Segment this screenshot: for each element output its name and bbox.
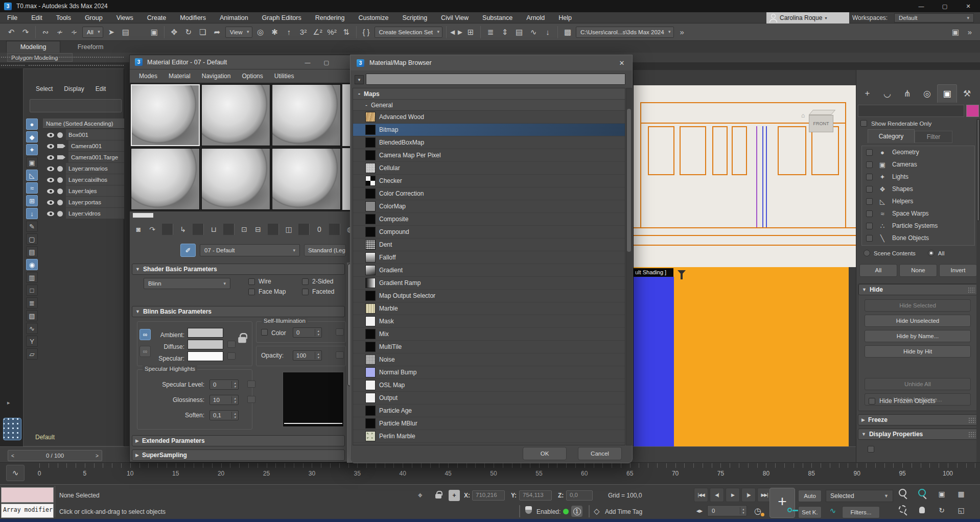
menu-item[interactable]: Arnold (526, 14, 545, 21)
go-to-start-button[interactable]: |◀◀ (694, 488, 708, 502)
supersampling-header[interactable]: SuperSampling (132, 449, 345, 461)
display-lights-filter-icon[interactable]: ✦ (26, 144, 38, 155)
display-helpers-filter-icon[interactable]: ◺ (26, 170, 38, 181)
map-list-item[interactable]: Composite (353, 213, 625, 226)
show-renderable-row[interactable]: Show Renderable Only (860, 120, 931, 127)
map-list-item[interactable]: Perlin Marble (353, 430, 625, 443)
map-list-item[interactable]: Compound (353, 226, 625, 239)
shader-checkbox-row[interactable]: Wire (248, 278, 302, 285)
display-geometry-filter-icon[interactable]: ● (26, 118, 38, 130)
panel-button[interactable]: Invert (939, 264, 977, 277)
transform-gizmo-icon[interactable]: ⌖ (418, 491, 423, 500)
hide-rollout-header[interactable]: Hide (858, 284, 978, 295)
zoom-extents-icon[interactable]: ▣ (933, 487, 950, 501)
viewport[interactable]: FRONT ⌂ ult Shading ] (634, 70, 856, 446)
display-materials-icon[interactable]: ≣ (26, 297, 38, 309)
map-list-item[interactable]: Particle Age (353, 405, 625, 417)
specular-color-swatch[interactable] (188, 351, 223, 361)
visibility-eye-icon[interactable] (47, 155, 54, 160)
category-checkbox[interactable] (866, 174, 873, 180)
toolbar-overflow-icon[interactable]: » (964, 26, 976, 38)
display-selection-sets-icon[interactable]: ▧ (26, 310, 38, 321)
selection-filter-dropdown[interactable]: All (82, 27, 103, 38)
minimize-button[interactable]: — (909, 0, 933, 12)
lock-diffuse-specular-icon[interactable]: ∞ (139, 346, 151, 357)
slot-resize-handle[interactable] (133, 213, 153, 218)
create-tab[interactable]: + (857, 84, 877, 103)
edit-named-selections-icon[interactable]: { } (360, 26, 372, 38)
category-row[interactable]: ≈ Space Warps (862, 207, 974, 220)
next-frame-arrow[interactable]: > (92, 453, 102, 459)
display-hidden-icon[interactable]: □ (26, 284, 38, 296)
display-folder-icon[interactable]: ▱ (26, 348, 38, 360)
menu-item[interactable]: Utilities (274, 73, 294, 80)
menu-item[interactable]: Display (64, 85, 84, 92)
self-illum-color-checkbox[interactable] (261, 329, 268, 336)
display-list-icon[interactable]: ▤ (26, 246, 38, 257)
display-filter-icon[interactable]: Y (26, 336, 38, 347)
display-tab[interactable]: ▣ (937, 84, 957, 103)
sample-slot[interactable] (131, 148, 200, 210)
select-move-icon[interactable]: ✥ (168, 26, 180, 38)
select-link-icon[interactable]: ∾ (39, 26, 52, 38)
get-material-icon[interactable]: ◙ (133, 224, 144, 235)
object-name[interactable]: Layer:vidros (66, 208, 124, 219)
select-manipulate-icon[interactable]: ✱ (269, 26, 281, 38)
group-general[interactable]: - General (353, 100, 625, 111)
menu-item[interactable]: Rendering (315, 14, 345, 21)
map-list-item[interactable]: Advanced Wood (353, 111, 625, 124)
explorer-search-input[interactable] (30, 99, 122, 112)
visibility-eye-icon[interactable] (47, 200, 54, 205)
shading-model-dropdown[interactable]: Blinn ▾ (144, 278, 230, 289)
zoom-region-icon[interactable] (894, 503, 912, 517)
flyout-arrow-icon[interactable]: ▸ (7, 399, 10, 406)
category-checkbox[interactable] (866, 235, 873, 242)
redo-icon[interactable]: ↷ (19, 26, 32, 38)
map-list-item[interactable]: Particle MBlur (353, 417, 625, 430)
lock-ambient-diffuse-icon[interactable]: ∞ (139, 329, 151, 340)
visibility-eye-icon[interactable] (47, 178, 54, 182)
scene-explorer-row[interactable]: Camera001.Targe (43, 152, 124, 163)
ribbon-tab-modeling[interactable]: Modeling (6, 41, 60, 53)
curve-editor-icon[interactable]: ∿ (527, 26, 540, 38)
copy-material-icon[interactable]: ⊟ (252, 224, 264, 235)
group-maps[interactable]: - Maps (353, 88, 625, 100)
hierarchy-tab[interactable]: ⋔ (897, 84, 917, 103)
maxscript-mini-listener[interactable]: Array modifier (1, 487, 54, 519)
explorer-column-header[interactable]: Name (Sorted Ascending) (43, 118, 124, 129)
browser-search-input[interactable] (366, 74, 625, 85)
material-name-dropdown[interactable]: 07 - Default (200, 244, 300, 256)
use-pivot-center-icon[interactable]: ◎ (254, 26, 267, 38)
select-place-icon[interactable]: ➦ (211, 26, 223, 38)
menu-item[interactable]: Create (147, 14, 167, 21)
map-button[interactable] (247, 396, 255, 403)
scene-explorer-row[interactable]: Layer:lajes (43, 185, 124, 197)
visibility-eye-icon[interactable] (47, 189, 54, 194)
display-frozen-icon[interactable]: ▥ (26, 272, 38, 283)
hide-panel-button[interactable]: Hide Selected (865, 299, 971, 312)
pick-material-eyedropper[interactable]: ✐ (180, 244, 196, 257)
menu-item[interactable]: Select (36, 85, 53, 92)
listener-macro-pane[interactable] (1, 487, 54, 503)
listener-script-pane[interactable]: Array modifier (1, 504, 54, 518)
display-link-icon[interactable]: ∿ (26, 323, 38, 334)
category-row[interactable]: ❖ Shapes (862, 183, 974, 195)
map-list-item[interactable]: Camera Map Per Pixel (353, 149, 625, 162)
zoom-icon[interactable] (894, 487, 912, 501)
home-icon[interactable]: ⌂ (801, 112, 805, 119)
assign-material-icon[interactable]: ↳ (177, 224, 189, 235)
key-filters-icon[interactable]: ∿ (827, 506, 839, 517)
object-name[interactable]: Camera001.Targe (68, 152, 124, 163)
dialog-close-button[interactable]: ✕ (616, 57, 628, 68)
self-illum-spinner[interactable]: 0▴▾ (293, 327, 322, 338)
menu-item[interactable]: Scripting (402, 14, 427, 21)
spinner-snap-icon[interactable]: ⇅ (340, 26, 353, 38)
category-row[interactable]: ▣ Cameras (862, 158, 974, 171)
visibility-eye-icon[interactable] (47, 167, 54, 171)
specular-map-button[interactable] (227, 352, 236, 360)
category-checkbox[interactable] (866, 223, 873, 229)
ref-coord-dropdown[interactable]: View (225, 27, 252, 38)
view-cube[interactable]: FRONT (809, 109, 838, 135)
map-list-item[interactable]: Mask (353, 315, 625, 328)
category-checkbox[interactable] (866, 161, 873, 168)
